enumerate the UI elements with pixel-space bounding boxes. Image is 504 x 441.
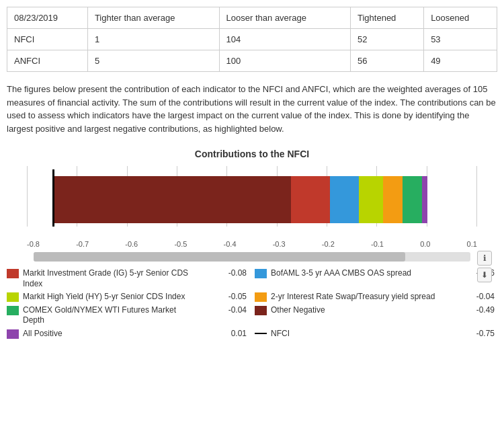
legend-label-cmbs: BofAML 3-5 yr AAA CMBS OAS spread: [271, 268, 411, 279]
legend-label-swap: 2-yr Interest Rate Swap/Treasury yield s…: [271, 292, 435, 303]
info-button[interactable]: ℹ: [477, 251, 492, 266]
x-label-7: -0.1: [371, 240, 384, 248]
bar-segment-cmbs: [330, 176, 359, 223]
col-header-tighter: Tighter than average: [87, 7, 219, 29]
legend-item-ig: Markit Investment Grade (IG) 5-yr Senior…: [7, 268, 190, 289]
x-label-3: -0.5: [174, 240, 187, 248]
chart-title: Contributions to the NFCI: [7, 149, 497, 159]
anfci-looser: 100: [219, 50, 350, 72]
legend-color-all-pos: [7, 329, 19, 339]
legend-label-all-pos: All Positive: [23, 329, 62, 339]
x-label-4: -0.4: [224, 240, 237, 248]
legend-label-comex: COMEX Gold/NYMEX WTI Futures Market Dept…: [23, 305, 190, 326]
legend-item-hy: Markit High Yield (HY) 5-yr Senior CDS I…: [7, 292, 190, 303]
legend-value-ig: -0.08: [196, 268, 249, 289]
scrollbar-thumb[interactable]: [34, 252, 405, 262]
anfci-label: ANFCI: [7, 50, 88, 72]
bar-segment-all-positive: [422, 176, 427, 223]
legend-color-hy: [7, 292, 19, 302]
legend-value-hy: -0.05: [196, 292, 249, 303]
col-header-tightened: Tightened: [351, 7, 424, 29]
legend-item-nfci: NFCI: [255, 329, 438, 339]
anfci-loosened: 49: [424, 50, 497, 72]
x-label-0: -0.8: [27, 240, 40, 248]
x-label-2: -0.6: [125, 240, 138, 248]
anfci-tighter: 5: [87, 50, 219, 72]
legend-item-comex: COMEX Gold/NYMEX WTI Futures Market Dept…: [7, 305, 190, 326]
legend-value-all-pos: 0.01: [196, 329, 249, 339]
legend-value-comex: -0.04: [196, 305, 249, 326]
download-button[interactable]: ⬇: [477, 268, 492, 282]
legend-value-swap: -0.04: [444, 292, 497, 303]
legend-item-swap: 2-yr Interest Rate Swap/Treasury yield s…: [255, 292, 438, 303]
x-label-9: 0.1: [467, 240, 477, 248]
bar-segment-hy: [359, 176, 383, 223]
chart-scrollbar[interactable]: [34, 252, 470, 262]
legend-item-other-neg: Other Negative: [255, 305, 438, 326]
legend-label-nfci: NFCI: [271, 329, 290, 339]
legend-label-hy: Markit High Yield (HY) 5-yr Senior CDS I…: [23, 292, 185, 303]
summary-table: 08/23/2019 Tighter than average Looser t…: [7, 7, 497, 72]
nfci-loosened: 53: [424, 29, 497, 50]
chart-legend: Markit Investment Grade (IG) 5-yr Senior…: [7, 268, 497, 339]
description-text: The figures below present the contributi…: [7, 83, 497, 135]
legend-color-comex: [7, 306, 19, 315]
legend-item-all-pos: All Positive: [7, 329, 190, 339]
table-row-anfci: ANFCI 5 100 56 49: [7, 50, 497, 72]
bar-segment-swap: [383, 176, 403, 223]
bar-segment-other-negative: [52, 176, 291, 223]
legend-item-cmbs: BofAML 3-5 yr AAA CMBS OAS spread: [255, 268, 438, 289]
table-row-nfci: NFCI 1 104 52 53: [7, 29, 497, 50]
x-label-8: 0.0: [420, 240, 430, 248]
x-label-5: -0.3: [273, 240, 286, 248]
chart-section: Contributions to the NFCI: [7, 149, 497, 339]
col-header-loosened: Loosened: [424, 7, 497, 29]
bar-segment-ig: [291, 176, 330, 223]
nfci-label: NFCI: [7, 29, 88, 50]
x-label-6: -0.2: [322, 240, 335, 248]
legend-color-swap: [255, 292, 267, 302]
legend-value-other-neg: -0.49: [444, 305, 497, 326]
col-header-looser: Looser than average: [219, 7, 350, 29]
bar-segment-comex: [403, 176, 422, 223]
x-axis: -0.8 -0.7 -0.6 -0.5 -0.4 -0.3 -0.2 -0.1 …: [27, 240, 477, 248]
nfci-tightened: 52: [351, 29, 424, 50]
nfci-looser: 104: [219, 29, 350, 50]
chart-container: -0.8 -0.7 -0.6 -0.5 -0.4 -0.3 -0.2 -0.1 …: [7, 166, 497, 262]
x-label-1: -0.7: [76, 240, 89, 248]
legend-label-other-neg: Other Negative: [271, 305, 325, 316]
legend-line-nfci: [255, 333, 267, 334]
nfci-tighter: 1: [87, 29, 219, 50]
legend-value-nfci: -0.75: [444, 329, 497, 339]
col-header-date: 08/23/2019: [7, 7, 88, 29]
legend-color-ig: [7, 269, 19, 278]
legend-color-cmbs: [255, 269, 267, 278]
anfci-tightened: 56: [351, 50, 424, 72]
legend-label-ig: Markit Investment Grade (IG) 5-yr Senior…: [23, 268, 190, 289]
legend-color-other-neg: [255, 306, 267, 315]
